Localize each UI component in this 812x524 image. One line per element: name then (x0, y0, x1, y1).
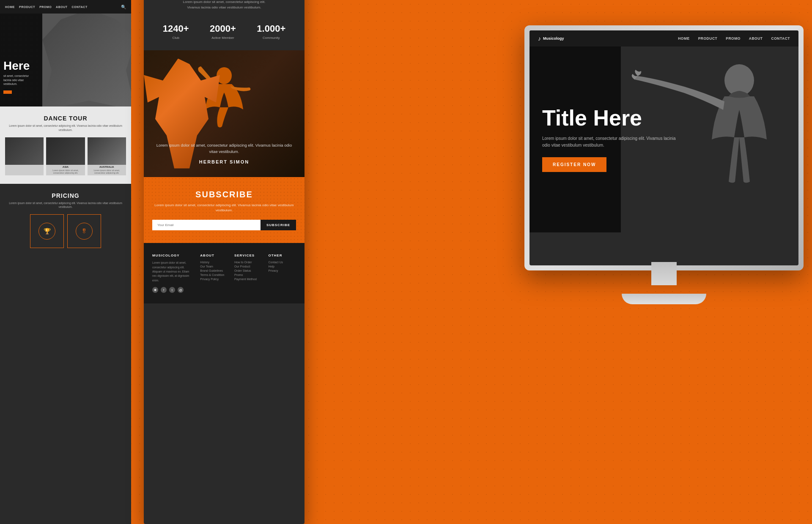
monitor-nav-contact[interactable]: CONTACT (771, 36, 790, 41)
dancer-name: HERBERT SIMON (152, 159, 296, 164)
twitter-icon[interactable]: t (169, 287, 175, 293)
footer-about-terms[interactable]: Terms & Condition (200, 273, 228, 276)
subscribe-description: Lorem ipsum dolor sit amet, consectetur … (152, 203, 296, 214)
footer-about-title: ABOUT (200, 254, 228, 257)
subscribe-title: SUBSCRIBE (152, 190, 296, 199)
subscribe-form: SUBSCRIBE (152, 220, 296, 230)
subscribe-button[interactable]: SUBSCRIBE (261, 220, 296, 230)
footer-other-help[interactable]: Help (268, 265, 296, 268)
footer-about-team[interactable]: Our Team (200, 265, 228, 268)
dance-card-2-image (46, 137, 85, 165)
statistics-row: 1240+ Club 2000+ Active Member 1.000+ Co… (152, 23, 296, 40)
dance-card-3-sub: Lorem ipsum dolor sit amet, consectetur … (88, 169, 126, 175)
footer-about-col: ABOUT History Our Team Brand Guidelines … (200, 254, 228, 293)
left-hero-title: Here (3, 60, 30, 72)
monitor-nav: ♪ Musicology HOME PRODUCT PROMO ABOUT CO… (529, 30, 798, 46)
footer-other-contact[interactable]: Contact Us (268, 261, 296, 264)
left-nav: HOME PRODUCT PROMO ABOUT CONTACT 🔍 (0, 0, 131, 14)
dance-card-2-label: ASIA (46, 165, 85, 169)
footer-services-product[interactable]: Our Product (234, 265, 262, 268)
monitor-stand-neck (651, 262, 677, 285)
dancer-text: Lorem ipsum dolor sit amet, consectetur … (152, 142, 296, 164)
footer-services-title: SERVICES (234, 254, 262, 257)
dance-card-3: AUSTRALIA Lorem ipsum dolor sit amet, co… (88, 137, 126, 175)
stat-member-label: Active Member (210, 36, 236, 40)
monitor-logo: ♪ Musicology (538, 35, 564, 42)
dance-tour-cards: ASIA Lorem ipsum dolor sit amet, consect… (5, 137, 126, 175)
stat-member: 2000+ Active Member (210, 23, 236, 40)
stat-club-label: Club (163, 36, 189, 40)
subscribe-section: SUBSCRIBE Lorem ipsum dolor sit amet, co… (144, 177, 304, 243)
search-icon[interactable]: 🔍 (121, 5, 126, 9)
stat-community-number: 1.000+ (257, 23, 285, 34)
monitor-hero-subtitle: Lorem ipsum dolor sit amet, consectetur … (542, 135, 678, 149)
monitor-nav-about[interactable]: ABOUT (749, 36, 763, 41)
footer-about-history[interactable]: History (200, 261, 228, 264)
award-icon-1: 🏆 (44, 228, 51, 235)
svg-point-0 (217, 67, 232, 84)
footer-section: MUSICOLOGY Lorem ipsum dolor sit amet, c… (144, 243, 304, 303)
monitor-register-button[interactable]: REGISTER NOW (542, 157, 606, 172)
statistics-section: OUR STATISTICS Lorem ipsum dolor sit ame… (144, 0, 304, 50)
pricing-card-2: 🎖 (67, 214, 101, 248)
dancer-silhouette (182, 59, 266, 143)
footer-other-title: OTHER (268, 254, 296, 257)
pricing-cards: 🏆 🎖 (5, 214, 126, 248)
dance-card-2: ASIA Lorem ipsum dolor sit amet, consect… (46, 137, 85, 175)
monitor-nav-product[interactable]: PRODUCT (698, 36, 718, 41)
pricing-card-2-inner: 🎖 (76, 223, 93, 240)
monitor-outer: ♪ Musicology HOME PRODUCT PROMO ABOUT CO… (524, 25, 804, 270)
footer-other-col: OTHER Contact Us Help Privacy (268, 254, 296, 293)
dance-card-2-sub: Lorem ipsum dolor sit amet, consectetur … (46, 169, 85, 175)
subscribe-email-input[interactable] (152, 220, 261, 230)
stat-club: 1240+ Club (163, 23, 189, 40)
footer-services-order[interactable]: How to Order (234, 261, 262, 264)
dancer-quote: Lorem ipsum dolor sit amet, consectetur … (152, 142, 296, 155)
footer-services-promo[interactable]: Promo (234, 273, 262, 276)
email-icon[interactable]: @ (178, 287, 184, 293)
footer-brand-name: MUSICOLOGY (152, 254, 194, 257)
dancer-svg (182, 59, 266, 143)
left-nav-product[interactable]: PRODUCT (19, 5, 35, 8)
dance-card-1-image (5, 137, 44, 165)
dance-card-1 (5, 137, 44, 175)
stat-member-number: 2000+ (210, 23, 236, 34)
footer-about-brand[interactable]: Brand Guidelines (200, 269, 228, 272)
pricing-description: Lorem ipsum dolor sit amet, consectetur … (5, 201, 126, 210)
facebook-icon[interactable]: f (161, 287, 167, 293)
footer-services-payment[interactable]: Payment Method (234, 278, 262, 281)
dancer-feature-section: Lorem ipsum dolor sit amet, consectetur … (144, 50, 304, 177)
left-pricing-section: PRICING Lorem ipsum dolor sit amet, cons… (0, 184, 131, 257)
footer-other-privacy[interactable]: Privacy (268, 269, 296, 272)
monitor-nav-home[interactable]: HOME (678, 36, 690, 41)
footer-social-icons: ◉ f t @ (152, 287, 194, 293)
stat-community-label: Community (257, 36, 285, 40)
stat-club-number: 1240+ (163, 23, 189, 34)
footer-grid: MUSICOLOGY Lorem ipsum dolor sit amet, c… (152, 254, 296, 293)
left-nav-contact[interactable]: CONTACT (71, 5, 87, 8)
monitor-hero-content: Title Here Lorem ipsum dolor sit amet, c… (542, 107, 678, 172)
left-hero-subtitle: sit amet, consecteturlacinia odio vitaev… (3, 74, 30, 86)
monitor-hero-title: Title Here (542, 107, 678, 129)
left-nav-home[interactable]: HOME (5, 5, 15, 8)
middle-panel-mobile: OUR STATISTICS Lorem ipsum dolor sit ame… (144, 0, 304, 524)
left-nav-about[interactable]: ABOUT (56, 5, 67, 8)
pricing-card-1-inner: 🏆 (38, 223, 55, 240)
monitor-nav-promo[interactable]: PROMO (726, 36, 741, 41)
pricing-card-1: 🏆 (30, 214, 64, 248)
dance-card-3-label: AUSTRALIA (88, 165, 126, 169)
award-icon-2: 🎖 (81, 228, 87, 235)
footer-services-status[interactable]: Order Status (234, 269, 262, 272)
left-nav-promo[interactable]: PROMO (39, 5, 52, 8)
monitor-hero: Title Here Lorem ipsum dolor sit amet, c… (529, 46, 798, 232)
footer-brand-col: MUSICOLOGY Lorem ipsum dolor sit amet, c… (152, 254, 194, 293)
left-panel-mobile: HOME PRODUCT PROMO ABOUT CONTACT 🔍 Here … (0, 0, 131, 524)
pricing-title: PRICING (5, 192, 126, 199)
stat-community: 1.000+ Community (257, 23, 285, 40)
footer-about-privacy[interactable]: Privacy Policy (200, 278, 228, 281)
left-hero-button[interactable] (3, 90, 12, 94)
statistics-description: Lorem ipsum dolor sit amet, consectetur … (152, 0, 296, 11)
footer-brand-desc: Lorem ipsum dolor sit amet, consectetur … (152, 261, 194, 283)
dance-card-3-image (88, 137, 126, 165)
instagram-icon[interactable]: ◉ (152, 287, 158, 293)
